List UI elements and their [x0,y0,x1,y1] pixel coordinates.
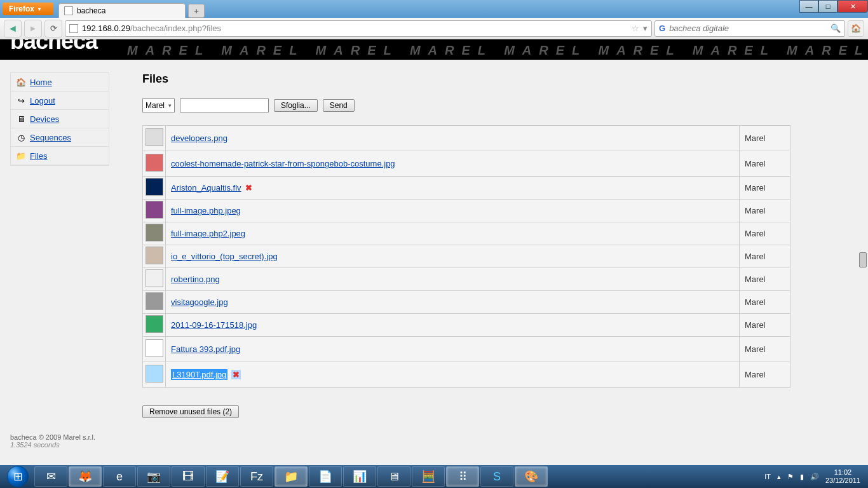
tray-network-icon[interactable]: ▮ [800,473,804,481]
file-link[interactable]: 2011-09-16-171518.jpg [171,320,257,330]
taskbar-app-camera[interactable]: 📷 [137,466,170,487]
delete-icon[interactable]: ✖ [245,183,252,193]
tray-volume-icon[interactable]: 🔊 [810,473,819,481]
browser-tab[interactable]: bacheca [58,3,186,18]
maximize-button[interactable]: □ [818,0,837,13]
bookmark-star-icon[interactable]: ☆ [632,24,639,33]
sidebar-icon: 🖥 [16,114,26,124]
sidebar-item-files[interactable]: 📁Files [11,147,109,165]
taskbar-app-firefox[interactable]: 🦊 [69,466,102,487]
scrollbar-thumb[interactable] [859,252,867,268]
sidebar-item-sequences[interactable]: ◷Sequences [11,128,109,147]
url-host: 192.168.0.29 [82,24,130,33]
taskbar-app-explorer[interactable]: 📁 [275,466,308,487]
url-bar[interactable]: 192.168.0.29/bacheca/index.php?files ☆ ▾ [65,20,652,37]
sidebar-item-logout[interactable]: ↪Logout [11,92,109,110]
file-link[interactable]: L3190T.pdf.jpg [171,369,227,380]
send-button[interactable]: Send [323,99,355,112]
file-thumbnail [146,365,163,383]
render-time: 1.3524 seconds [10,441,858,449]
files-table: developers.pngMarelcoolest-homemade-patr… [142,125,790,388]
taskbar-app-bb[interactable]: ⠿ [446,466,479,487]
taskbar-app-thunderbird[interactable]: ✉ [34,466,67,487]
file-owner: Marel [740,245,790,268]
file-link[interactable]: full-image.php.jpeg [171,206,241,215]
search-bar[interactable]: G 🔍 [654,20,845,37]
taskbar-app-notepadpp[interactable]: 📝 [206,466,239,487]
delete-icon[interactable]: ✖ [231,370,241,379]
page-title: Files [142,72,790,86]
sidebar-icon: ◷ [16,132,26,142]
app-logo: bacheca [10,39,97,53]
taskbar-app-skype[interactable]: S [480,466,513,487]
start-button[interactable]: ⊞ [3,465,33,488]
file-owner: Marel [740,362,790,388]
file-link[interactable]: robertino.png [171,274,220,284]
sidebar-item-devices[interactable]: 🖥Devices [11,110,109,128]
sidebar-link[interactable]: Logout [30,96,55,105]
forward-button[interactable]: ► [24,20,42,37]
back-button[interactable]: ◄ [4,20,22,37]
file-owner: Marel [740,291,790,314]
file-thumbnail [146,269,163,287]
file-owner: Marel [740,126,790,151]
file-thumbnail [146,247,163,264]
new-tab-button[interactable]: + [188,4,205,18]
sidebar-link[interactable]: Files [30,151,47,161]
file-thumbnail [146,201,163,219]
language-indicator[interactable]: IT [764,473,771,480]
minimize-button[interactable]: — [799,0,818,13]
sidebar-icon: 📁 [16,151,26,161]
file-link[interactable]: full-image.php2.jpeg [171,229,245,238]
file-path-input[interactable] [180,98,269,112]
remove-unused-button[interactable]: Remove unused files (2) [142,405,239,418]
sidebar-link[interactable]: Home [30,78,52,87]
owner-select[interactable]: Marel [142,98,175,112]
browse-button[interactable]: Sfoglia... [274,99,318,112]
tab-title: bacheca [77,6,105,15]
sidebar-link[interactable]: Sequences [30,133,71,142]
sidebar-item-home[interactable]: 🏠Home [11,73,109,92]
file-link[interactable]: developers.png [171,133,227,143]
windows-taskbar: ⊞ ✉ 🦊 e 📷 🎞 📝 Fz 📁 📄 📊 🖥 🧮 ⠿ S 🎨 IT ▴ ⚑ … [0,465,868,488]
taskbar-app-filezilla[interactable]: Fz [240,466,273,487]
file-link[interactable]: Ariston_Aqualtis.flv [171,183,241,193]
close-button[interactable]: ✕ [837,0,868,13]
file-link[interactable]: visitagoogle.jpg [171,297,228,307]
home-button[interactable]: 🏠 [848,20,864,37]
table-row: coolest-homemade-patrick-star-from-spong… [143,151,790,177]
taskbar-app-monitor[interactable]: 🖥 [377,466,410,487]
file-thumbnail [146,154,163,172]
tray-flag-icon[interactable]: ⚑ [787,473,794,481]
file-link[interactable]: coolest-homemade-patrick-star-from-spong… [171,159,395,168]
sidebar-icon: 🏠 [16,77,26,87]
taskbar-app-paint[interactable]: 🎨 [515,466,548,487]
table-row: 2011-09-16-171518.jpgMarel [143,314,790,337]
table-row: robertino.pngMarel [143,268,790,291]
reload-button[interactable]: ⟳ [44,20,62,37]
file-link[interactable]: Fattura 393.pdf.jpg [171,344,240,354]
taskbar-app-writer[interactable]: 📄 [309,466,342,487]
file-owner: Marel [740,151,790,177]
browser-titlebar: Firefox bacheca + — □ ✕ [0,0,868,18]
browser-navbar: ◄ ► ⟳ 192.168.0.29/bacheca/index.php?fil… [0,18,868,39]
tray-arrow-icon[interactable]: ▴ [777,473,781,481]
page-footer: bacheca © 2009 Marel s.r.l. 1.3524 secon… [0,431,868,451]
taskbar-app-calc[interactable]: 📊 [343,466,376,487]
search-icon[interactable]: 🔍 [831,24,841,33]
taskbar-app-ie[interactable]: e [103,466,136,487]
taskbar-app-calculator[interactable]: 🧮 [412,466,445,487]
dropdown-icon[interactable]: ▾ [643,24,648,33]
search-input[interactable] [669,24,827,33]
firefox-menu-button[interactable]: Firefox [3,3,53,15]
site-icon [69,24,78,33]
taskbar-app-media[interactable]: 🎞 [172,466,205,487]
file-thumbnail [146,315,163,333]
file-owner: Marel [740,200,790,222]
file-thumbnail [146,224,163,241]
taskbar-clock[interactable]: 11:02 23/12/2011 [825,468,860,485]
table-row: full-image.php2.jpegMarel [143,222,790,245]
sidebar-link[interactable]: Devices [30,114,59,124]
file-link[interactable]: io_e_vittorio_(top_secret).jpg [171,252,278,261]
url-path: /bacheca/index.php?files [130,24,221,33]
